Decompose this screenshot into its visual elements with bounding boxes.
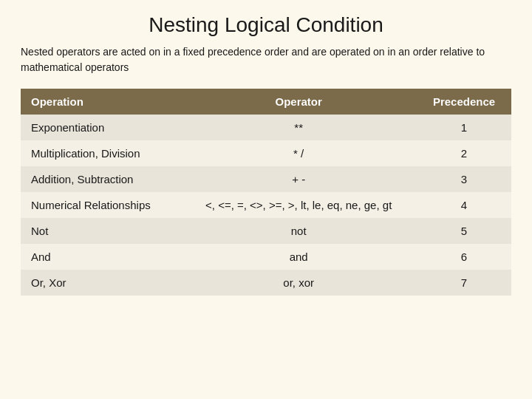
page-container: Nesting Logical Condition Nested operato…: [0, 0, 532, 399]
col-header-operation: Operation: [21, 89, 180, 115]
cell-operation: Multiplication, Division: [21, 140, 180, 166]
cell-operator: <, <=, =, <>, >=, >, lt, le, eq, ne, ge,…: [180, 192, 417, 218]
table-row: Addition, Subtraction+ -3: [21, 166, 511, 192]
cell-operator: or, xor: [180, 270, 417, 296]
table-row: Or, Xoror, xor7: [21, 270, 511, 296]
cell-precedence: 5: [417, 218, 511, 244]
page-title: Nesting Logical Condition: [21, 13, 511, 37]
cell-operator: not: [180, 218, 417, 244]
col-header-operator: Operator: [180, 89, 417, 115]
cell-precedence: 1: [417, 115, 511, 140]
cell-operation: Numerical Relationships: [21, 192, 180, 218]
table-row: Numerical Relationships<, <=, =, <>, >=,…: [21, 192, 511, 218]
subtitle: Nested operators are acted on in a fixed…: [21, 44, 511, 75]
cell-precedence: 3: [417, 166, 511, 192]
cell-precedence: 6: [417, 244, 511, 270]
table-row: Exponentiation**1: [21, 115, 511, 140]
cell-operation: Or, Xor: [21, 270, 180, 296]
cell-operation: Not: [21, 218, 180, 244]
precedence-table: Operation Operator Precedence Exponentia…: [21, 89, 511, 296]
table-header-row: Operation Operator Precedence: [21, 89, 511, 115]
table-row: Notnot5: [21, 218, 511, 244]
cell-operation: And: [21, 244, 180, 270]
cell-operator: **: [180, 115, 417, 140]
cell-operation: Addition, Subtraction: [21, 166, 180, 192]
cell-operation: Exponentiation: [21, 115, 180, 140]
cell-precedence: 2: [417, 140, 511, 166]
cell-operator: * /: [180, 140, 417, 166]
cell-precedence: 7: [417, 270, 511, 296]
col-header-precedence: Precedence: [417, 89, 511, 115]
table-row: Andand6: [21, 244, 511, 270]
cell-operator: and: [180, 244, 417, 270]
table-row: Multiplication, Division* /2: [21, 140, 511, 166]
cell-precedence: 4: [417, 192, 511, 218]
cell-operator: + -: [180, 166, 417, 192]
